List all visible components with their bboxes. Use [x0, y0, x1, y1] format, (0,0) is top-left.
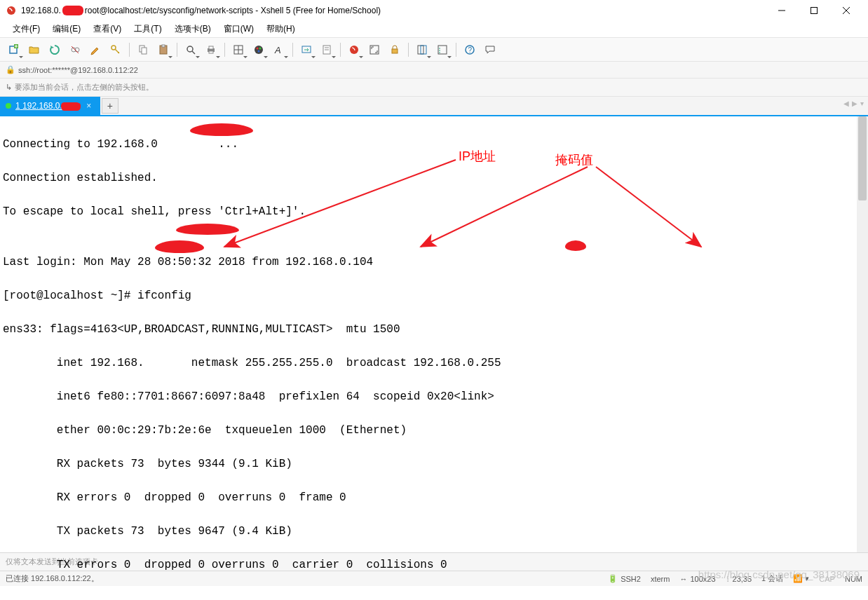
svg-point-30	[258, 50, 260, 52]
address-bar[interactable]: 🔒 ssh://root:******@192.168.0.112:22	[0, 62, 868, 79]
redaction-blob	[176, 224, 239, 235]
menu-tools[interactable]: 工具(T)	[128, 21, 167, 37]
fullscreen-button[interactable]	[365, 41, 384, 59]
add-tab-button[interactable]: +	[102, 98, 118, 114]
svg-rect-18	[162, 45, 165, 47]
copy-button[interactable]	[133, 41, 153, 59]
svg-point-36	[350, 46, 358, 54]
svg-point-19	[187, 46, 193, 52]
terminal-line: TX errors 0 dropped 0 overruns 0 carrier…	[3, 557, 868, 573]
window-controls	[766, 0, 862, 21]
terminal-line: RX packets 73 bytes 9344 (9.1 KiB)	[3, 456, 868, 472]
tab-nav: ◀ ▶ ▾	[843, 100, 864, 107]
tab-session-1[interactable]: 1 192.168.0. ×	[0, 97, 100, 115]
color-button[interactable]	[249, 41, 269, 59]
clear-button[interactable]	[412, 41, 432, 59]
terminal-line: RX errors 0 dropped 0 overruns 0 frame 0	[3, 489, 868, 506]
toolbar: A ?	[0, 38, 868, 62]
toolbar-sep	[129, 43, 130, 57]
menu-file[interactable]: 文件(F)	[7, 21, 46, 37]
toolbar-sep	[456, 43, 456, 57]
tab-close-button[interactable]: ×	[85, 102, 93, 110]
svg-rect-23	[209, 51, 213, 53]
svg-line-20	[192, 51, 195, 54]
window-title: 192.168.0. root@localhost:/etc/sysconfig…	[21, 6, 766, 15]
hint-bar: ↳ 要添加当前会话，点击左侧的箭头按钮。	[0, 79, 868, 97]
history-button[interactable]	[433, 41, 452, 59]
lock-button[interactable]	[385, 41, 405, 59]
svg-rect-37	[370, 46, 379, 54]
svg-text:?: ?	[468, 46, 473, 54]
terminal-line: [root@localhost ~]# ifconfig	[3, 287, 868, 304]
hint-text: 要添加当前会话，点击左侧的箭头按钮。	[15, 82, 154, 93]
terminal-output: Connecting to 192.168.0 ... Connection e…	[0, 116, 868, 600]
menu-edit[interactable]: 编辑(E)	[47, 21, 86, 37]
reconnect-button[interactable]	[45, 41, 65, 59]
redaction-blob	[190, 123, 253, 136]
minimize-button[interactable]	[766, 0, 798, 21]
terminal-line: ens33: flags=4163<UP,BROADCAST,RUNNING,M…	[3, 321, 868, 338]
svg-rect-22	[209, 46, 213, 49]
svg-rect-2	[811, 8, 818, 14]
paste-button[interactable]	[154, 41, 173, 59]
svg-point-0	[7, 6, 15, 15]
menu-window[interactable]: 窗口(W)	[218, 21, 259, 37]
tab-nav-right-icon[interactable]: ▶	[852, 100, 857, 107]
xshell-icon[interactable]	[344, 41, 364, 59]
transfer-button[interactable]	[297, 41, 316, 59]
terminal-area[interactable]: Connecting to 192.168.0 ... Connection e…	[0, 116, 868, 552]
key-button[interactable]	[106, 41, 126, 59]
terminal-line: inet 192.168. netmask 255.255.255.0 broa…	[3, 355, 868, 371]
redaction-blob	[565, 240, 586, 251]
app-icon	[6, 5, 17, 16]
title-suffix: root@localhost:/etc/sysconfig/network-sc…	[85, 6, 381, 15]
terminal-line: Connecting to 192.168.0 ...	[3, 136, 868, 153]
tab-nav-left-icon[interactable]: ◀	[843, 100, 849, 107]
help-button[interactable]: ?	[460, 41, 480, 59]
tab-bar: 1 192.168.0. × + ◀ ▶ ▾	[0, 97, 868, 116]
layout-button[interactable]	[229, 41, 248, 59]
print-button[interactable]	[201, 41, 221, 59]
toolbar-sep	[292, 43, 293, 57]
address-text: ssh://root:******@192.168.0.112:22	[18, 66, 138, 74]
terminal-line: ether 00:0c:29:7b:2e:6e txqueuelen 1000 …	[3, 422, 868, 439]
terminal-line: TX packets 73 bytes 9647 (9.4 KiB)	[3, 523, 868, 540]
comment-button[interactable]	[480, 41, 500, 59]
redaction-blob	[155, 240, 204, 253]
titlebar: 192.168.0. root@localhost:/etc/sysconfig…	[0, 0, 868, 21]
terminal-line: inet6 fe80::7701:8667:6097:8a48 prefixle…	[3, 388, 868, 405]
toolbar-sep	[408, 43, 409, 57]
terminal-line: Last login: Mon May 28 08:50:32 2018 fro…	[3, 254, 868, 271]
menubar: 文件(F) 编辑(E) 查看(V) 工具(T) 选项卡(B) 窗口(W) 帮助(…	[0, 21, 868, 38]
font-button[interactable]: A	[269, 41, 289, 59]
toolbar-sep	[177, 43, 177, 57]
menu-help[interactable]: 帮助(H)	[261, 21, 301, 37]
menu-view[interactable]: 查看(V)	[88, 21, 127, 37]
close-button[interactable]	[830, 0, 862, 21]
tab-menu-icon[interactable]: ▾	[860, 100, 864, 107]
toolbar-sep	[224, 43, 225, 57]
lock-icon: 🔒	[6, 65, 15, 74]
svg-point-29	[259, 47, 262, 49]
svg-line-11	[72, 46, 79, 53]
menu-tabs[interactable]: 选项卡(B)	[169, 21, 217, 37]
maximize-button[interactable]	[798, 0, 830, 21]
open-button[interactable]	[25, 41, 44, 59]
svg-rect-38	[392, 49, 398, 53]
find-button[interactable]	[181, 41, 201, 59]
script-button[interactable]	[317, 41, 337, 59]
tab-status-icon	[6, 103, 11, 109]
arrow-icon: ↳	[6, 83, 12, 92]
properties-button[interactable]	[86, 41, 105, 59]
svg-text:A: A	[274, 45, 281, 55]
svg-point-27	[255, 46, 263, 54]
toolbar-sep	[340, 43, 341, 57]
svg-rect-16	[142, 48, 147, 54]
terminal-line: Connection established.	[3, 170, 868, 186]
title-ip-prefix: 192.168.0.	[21, 6, 61, 15]
tab-label: 1 192.168.0.	[15, 101, 81, 111]
disconnect-button[interactable]	[65, 41, 85, 59]
new-session-button[interactable]	[4, 41, 24, 59]
svg-point-28	[257, 47, 259, 49]
title-redaction	[62, 6, 83, 15]
